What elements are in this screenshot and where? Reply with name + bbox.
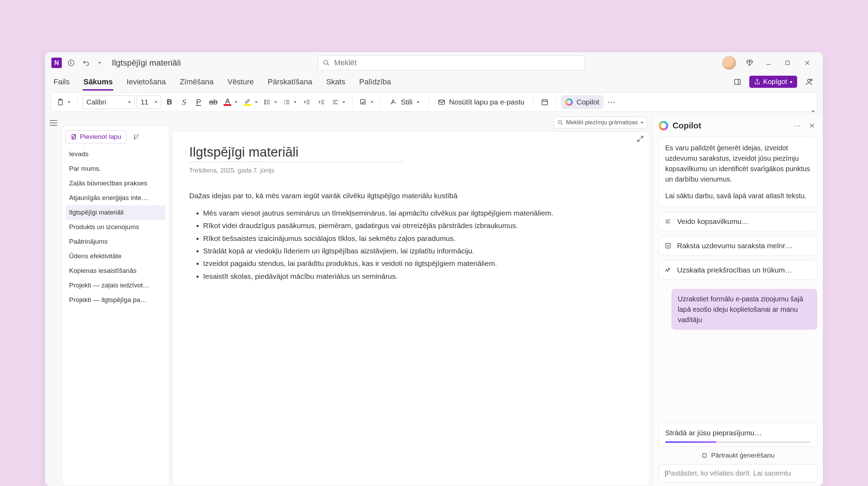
paste-button[interactable]: [55, 95, 73, 109]
list-item[interactable]: Mēs varam viesot jautrus seminārus un tī…: [203, 208, 633, 218]
user-avatar[interactable]: [722, 56, 736, 70]
styles-label: Stili: [401, 98, 412, 106]
copilot-ribbon-label: Copilot: [576, 98, 599, 106]
ribbon-collapse-icon[interactable]: [809, 108, 818, 115]
numbered-list-button[interactable]: 123: [281, 95, 299, 109]
list-item[interactable]: Iesaistīt skolas, piedāvājot mācību mate…: [203, 271, 633, 281]
styles-button[interactable]: Stili: [385, 95, 424, 109]
svg-rect-15: [439, 100, 445, 104]
meeting-details-button[interactable]: [539, 95, 551, 109]
email-page-button[interactable]: Nosūtīt lapu pa e-pastu: [434, 95, 528, 109]
copilot-close-button[interactable]: [807, 121, 817, 130]
tab-sakums[interactable]: Sākums: [83, 75, 113, 89]
copilot-suggestion[interactable]: Raksta uzdevumu saraksta melnr…: [659, 236, 817, 255]
window-minimize[interactable]: [765, 60, 775, 66]
font-size-select[interactable]: 11: [137, 95, 161, 109]
page-item[interactable]: Projekti — ilgtspējīga pa…: [66, 293, 166, 307]
canvas-tools: Meklēt piezīmju grāmatiņas: [172, 115, 650, 131]
page-item[interactable]: Projekti — zaļais iedzīvot…: [66, 278, 166, 293]
search-icon: [558, 120, 563, 125]
indent-button[interactable]: [315, 95, 328, 109]
diamond-icon[interactable]: [746, 59, 756, 67]
window-close[interactable]: [804, 60, 814, 66]
page-item[interactable]: Paātrinājums: [66, 234, 166, 249]
copilot-more-button[interactable]: ⋯: [792, 120, 803, 131]
title-bar: N Ilgtspējīgi materiāli Meklēt: [45, 52, 823, 74]
share-icon: [754, 79, 760, 85]
left-gutter: [45, 115, 62, 486]
svg-point-9: [265, 102, 266, 103]
sort-pages-button[interactable]: [131, 131, 142, 143]
svg-rect-16: [542, 100, 548, 105]
page-intro-paragraph[interactable]: Dažas idejas par to, kā mēs varam iegūt …: [189, 192, 633, 200]
notebook-search-button[interactable]: Meklēt piezīmju grāmatiņas: [554, 117, 647, 128]
page-item[interactable]: Produkts un izcenojums: [66, 220, 166, 234]
copilot-intro-card: Es varu palīdzēt ģenerēt idejas, izveido…: [659, 137, 817, 207]
list-item[interactable]: Rīkot tiešsaistes izaicinājumus sociālaj…: [203, 234, 633, 243]
proscons-icon: [665, 267, 672, 274]
font-color-button[interactable]: A: [222, 95, 240, 109]
page-surface[interactable]: Ilgtspējīgi materiāli Trešdiena, 2025. g…: [172, 131, 650, 486]
bullet-list-button[interactable]: [262, 95, 279, 109]
pane-toggle-icon[interactable]: [731, 76, 744, 88]
tab-zimesana[interactable]: Zīmēšana: [179, 75, 214, 89]
copilot-input[interactable]: |Pastāstiet, ko vēlaties darīt. Lai saņe…: [659, 464, 817, 483]
ribbon-wrap: Calibri 11 B S P ab A: [45, 90, 823, 115]
page-item[interactable]: Ūdens efektivitāte: [66, 249, 166, 263]
tab-vesture[interactable]: Vēsture: [227, 75, 254, 89]
outdent-button[interactable]: [301, 95, 313, 109]
copilot-suggestion[interactable]: Veido kopsavilkumu…: [659, 212, 817, 231]
highlight-button[interactable]: [242, 95, 260, 109]
font-name-select[interactable]: Calibri: [83, 95, 135, 109]
font-size-value: 11: [141, 98, 148, 106]
nav-toggle-button[interactable]: [50, 120, 57, 126]
underline-button[interactable]: P: [192, 95, 205, 109]
app-window: N Ilgtspējīgi materiāli Meklēt: [45, 52, 823, 486]
tag-button[interactable]: [357, 95, 375, 109]
add-page-button[interactable]: Pievienot lapu: [66, 130, 126, 143]
copilot-suggestion[interactable]: Uzskaita priekšrocības un trūkum…: [659, 260, 817, 280]
window-maximize[interactable]: [785, 60, 794, 66]
tab-skats[interactable]: Skats: [325, 75, 346, 89]
italic-button[interactable]: S: [178, 95, 190, 109]
page-item[interactable]: Par mums.: [66, 161, 166, 176]
styles-icon: [390, 98, 397, 106]
tag-icon: [359, 98, 367, 106]
svg-text:3: 3: [284, 103, 285, 105]
strikethrough-button[interactable]: ab: [207, 95, 219, 109]
envelope-icon: [438, 98, 445, 106]
bold-button[interactable]: B: [163, 95, 176, 109]
tab-palidziba[interactable]: Palīdzība: [358, 75, 392, 89]
ribbon-more-button[interactable]: ⋯: [606, 95, 618, 109]
meeting-icon: [541, 98, 549, 106]
page-item[interactable]: Atjaunīgās enerģijas inte…: [66, 191, 166, 205]
canvas-area: Meklēt piezīmju grāmatiņas Ilgtspējīgi m…: [169, 115, 653, 486]
back-button[interactable]: [65, 57, 77, 69]
page-item[interactable]: Zaļās būvniecības prakses: [66, 176, 166, 191]
page-bullet-list[interactable]: Mēs varam viesot jautrus seminārus un tī…: [189, 208, 633, 281]
tab-ievietosana[interactable]: Ievietošana: [126, 75, 167, 89]
page-item[interactable]: Ilgtspējīgi materiāli: [66, 205, 166, 220]
tab-fails[interactable]: Fails: [53, 75, 70, 89]
undo-dropdown[interactable]: [96, 57, 103, 69]
add-page-label: Pievienot lapu: [80, 133, 121, 141]
copilot-stop-button[interactable]: Pārtraukt ģenerēšanu: [659, 452, 817, 459]
list-item[interactable]: Rīkot videi draudzīgus pasākumus, piemēr…: [203, 221, 633, 231]
list-item[interactable]: Strādāt kopā ar viedokļu līderiem un ilg…: [203, 246, 633, 256]
stop-icon: [701, 452, 708, 459]
tab-parskatisana[interactable]: Pārskatīšana: [267, 75, 313, 89]
search-bar[interactable]: Meklēt: [318, 55, 585, 70]
align-button[interactable]: [330, 95, 347, 109]
copilot-ribbon-button[interactable]: Copilot: [561, 95, 603, 109]
page-item[interactable]: Ievads: [66, 147, 166, 161]
undo-button[interactable]: [81, 57, 92, 69]
suggestion-label: Uzskaita priekšrocības un trūkum…: [677, 266, 792, 274]
expand-page-button[interactable]: [637, 135, 644, 142]
page-title[interactable]: Ilgtspējīgi materiāli: [189, 145, 404, 162]
people-icon[interactable]: [803, 76, 815, 88]
suggestion-label: Veido kopsavilkumu…: [677, 217, 749, 226]
share-button[interactable]: Kopīgot ▾: [749, 76, 797, 88]
document-title[interactable]: Ilgtspējīgi materiāli: [112, 58, 181, 68]
list-item[interactable]: Izveidot pagaidu stendus, lai parādītu p…: [203, 259, 633, 268]
page-item[interactable]: Kopienas iesaistīšanās: [66, 263, 166, 278]
